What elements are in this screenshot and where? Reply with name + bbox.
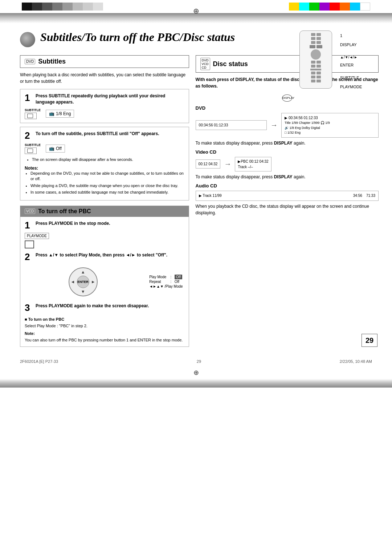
audio-cd-note: When you playback the CD disc, the statu… [196, 203, 379, 216]
two-column-layout: DVD Subtitles When playing back a disc r… [20, 55, 372, 347]
color-block-3 [42, 3, 52, 11]
pbc-step2-dial-area: ▲ ▼ ◄ ► ENTER Play Mode : Off [25, 264, 184, 299]
vcd-arrow: → [224, 160, 231, 168]
repeat-value: Off [173, 279, 184, 284]
repeat-row: Repeat : Off [148, 279, 184, 284]
vcd-status-row: 00:12 04:32 → ▶PBC 00:12 04:32 Track –/– [196, 157, 379, 171]
color-block-orange [340, 3, 350, 11]
bottom-crosshair-icon: ⊕ [0, 369, 392, 377]
pbc-step2-number: 2 [25, 252, 33, 262]
subtitles-step1-box: 1 Press SUBTITLE repeatedly during playb… [20, 89, 189, 123]
dvd-detail-line2: 🔊 1/8 Eng Dolby Digital [285, 126, 375, 131]
playmode-table: Play Mode : Off Repeat : Off [148, 275, 184, 289]
dial-left-arrow: ◄ [71, 279, 75, 284]
pbc-step1-text: Press PLAYMODE in the stop mode. [36, 220, 110, 227]
title-icon [20, 32, 35, 47]
enter-center-button: ENTER [77, 276, 89, 288]
audio-play-icon: ▶ [199, 194, 202, 198]
dial-down-arrow: ▼ [81, 289, 85, 294]
subtitles-step2-row: 2 To turn off the subtitle, press SUBTIT… [25, 131, 184, 140]
vcd-icon: VCD [25, 208, 35, 214]
subtitle-bullet-list: The on screen display will disappear aft… [26, 157, 184, 162]
playmode-box [25, 240, 34, 248]
remote-label-enter: ENTER [340, 61, 362, 69]
notes-title: Notes: [25, 166, 38, 171]
tv-icon-4: 📺 [49, 146, 54, 151]
audio-time2: 71:33 [366, 194, 375, 198]
color-block-white [360, 3, 370, 11]
color-block-7 [83, 3, 93, 11]
pbc-step1-row: 1 Press PLAYMODE in the stop mode. [25, 220, 184, 230]
note-3: In some cases, a selected subtitle langu… [30, 190, 184, 195]
notes-list: Depending on the DVD, you may not be abl… [25, 171, 184, 195]
pbc-title: To turn off the PBC [38, 208, 91, 215]
repeat-cell: Repeat [148, 279, 169, 284]
color-block-4 [52, 3, 62, 11]
vcd-pbc-icon: ▶PBC [238, 159, 248, 163]
display-icon-area: DISPLAY [196, 94, 379, 102]
nav-text: ◄►▲▼ /Play Mode [148, 284, 184, 289]
dvd-time1: 00:34:56 01:12:33 [199, 123, 228, 127]
page-number-box: 29 [362, 334, 377, 347]
page-number: 29 [366, 336, 373, 345]
dvd-display-note: To make status display disappear, press … [196, 141, 379, 146]
audio-cd-inner: ▶ Track 11/99 34:56 71:33 [199, 193, 375, 199]
note-1: Depending on the DVD, you may not be abl… [30, 171, 184, 182]
color-blocks-left [22, 3, 103, 11]
pbc-step2-row: 2 Press ▲/▼ to select Play Mode, then pr… [25, 252, 184, 262]
dvd-label: DVD [196, 105, 379, 111]
subtitle-icon-box-2 [25, 147, 37, 154]
step1-number: 1 [25, 93, 33, 102]
color-block-red [330, 3, 340, 11]
tv-icon-1 [27, 114, 33, 118]
subtitles-title: Subtitles [38, 58, 66, 65]
pbc-step2: 2 Press ▲/▼ to select Play Mode, then pr… [25, 252, 184, 299]
pbc-section: VCD To turn off the PBC 1 Press PLAYMODE… [20, 206, 189, 347]
dial-right-arrow: ► [91, 279, 95, 284]
repeat-colon: : [169, 279, 173, 284]
audio-left: ▶ Track 11/99 [199, 193, 222, 199]
color-block-cyan [299, 3, 309, 11]
vcd-status-box-right: ▶PBC 00:12 04:32 Track –/– [235, 157, 271, 171]
footer-center: 29 [197, 359, 201, 364]
dvd-icon: DVD [25, 59, 35, 64]
audio-times: 34:56 71:33 [353, 193, 375, 199]
subtitle-bullet-1: The on screen display will disappear aft… [32, 157, 184, 162]
remote-label-display: DISPLAY [340, 41, 362, 49]
subtitles-step2-text: To turn off the subtitle, press SUBTITLE… [36, 131, 159, 137]
disc-status-title: Disc status [213, 60, 248, 68]
right-column: DVDVCDCD Disc status With each press of … [196, 55, 379, 347]
dvd-vcd-cd-icon: DVDVCDCD [200, 58, 210, 70]
audio-track-label: Track 11/99 [203, 194, 221, 198]
top-crosshair-icon: ⊕ [193, 7, 199, 15]
dvd-status-row: 00:34:56 01:12:33 → ▶ 00:34:56 01:12:33 … [196, 113, 379, 138]
main-content: Subtitles/To turn off the PBC/Disc statu… [0, 23, 392, 354]
subtitle-label-1: SUBTITLE [25, 108, 41, 112]
color-block-ltblue [350, 3, 360, 11]
pbc-step2-text: Press ▲/▼ to select Play Mode, then pres… [36, 252, 167, 258]
top-bar-left [0, 0, 196, 13]
bottom-bar [0, 379, 392, 388]
dvd-detail-line1: Title 1/99 Chapter 1/999 🎧 1/9 [285, 121, 375, 126]
audio-time1: 34:56 [353, 194, 362, 198]
remote-label-playmode: PLAYMODE [340, 83, 362, 91]
dvd-detail-line3: □ 1/32 Eng [285, 130, 375, 135]
footer: 2F60201A [E] P27-33 29 2/22/05, 10:48 AM [0, 357, 392, 366]
pbc-note-text: You can also turn off the PBC by pressin… [25, 337, 184, 343]
footer-right: 2/22/05, 10:48 AM [340, 359, 372, 364]
tv-icon-2: 📺 [49, 111, 54, 116]
left-column: DVD Subtitles When playing back a disc r… [20, 55, 189, 347]
color-block-5 [62, 3, 73, 11]
subtitles-step1-text: Press SUBTITLE repeatedly during playbac… [36, 93, 184, 105]
subtitles-section-header: DVD Subtitles [20, 55, 189, 68]
subtitles-step1-row: 1 Press SUBTITLE repeatedly during playb… [25, 93, 184, 105]
dvd-play-icon: ▶ [285, 116, 287, 120]
pbc-step1-number: 1 [25, 220, 33, 230]
audio-label: Audio CD [196, 183, 379, 189]
subtitle-label-2: SUBTITLE [25, 143, 41, 147]
vcd-detail-header: ▶PBC 00:12 04:32 [238, 159, 268, 164]
pbc-step3-text: Press PLAYMODE again to make the screen … [36, 303, 149, 309]
remote-label-subtitle: SUBTITLE [340, 74, 362, 82]
audio-cd-box: ▶ Track 11/99 34:56 71:33 [196, 191, 379, 201]
remote-label-arrows: ▲/▼/◄/► [340, 54, 362, 61]
